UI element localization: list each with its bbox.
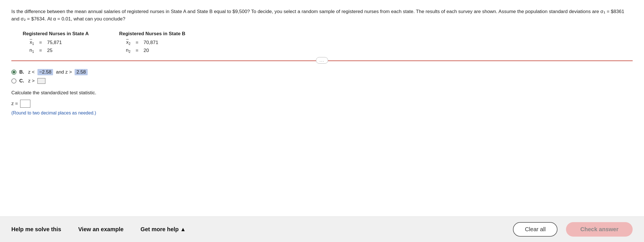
var-n1: n1	[23, 47, 34, 54]
val-x2: 70,871	[144, 40, 163, 45]
option-c-row[interactable]: C. z >	[11, 78, 633, 84]
var-n2: n2	[119, 47, 131, 54]
eq4: =	[136, 48, 138, 53]
eq1: =	[39, 40, 42, 45]
eq2: =	[136, 40, 138, 45]
data-table: Registered Nurses in State A Registered …	[23, 31, 633, 54]
option-b-text2: and z >	[56, 69, 72, 75]
header-state-b: Registered Nurses in State B	[119, 31, 185, 37]
z-input-row: z =	[11, 100, 633, 108]
var-x1: x1	[23, 39, 34, 46]
view-example-button[interactable]: View an example	[78, 226, 124, 233]
table-header: Registered Nurses in State A Registered …	[23, 31, 633, 37]
val-n1: 25	[47, 48, 67, 53]
radio-b[interactable]	[11, 70, 16, 75]
bottom-bar: Help me solve this View an example Get m…	[0, 216, 644, 242]
answer-section: B. z < −2.58 and z > 2.58 C. z >	[0, 61, 644, 84]
help-me-solve-button[interactable]: Help me solve this	[11, 226, 61, 233]
round-note: (Round to two decimal places as needed.)	[11, 110, 633, 116]
divider-dots-button[interactable]: ...	[316, 57, 328, 64]
table-row: x1 = 75,871 x2 = 70,871	[23, 39, 633, 46]
radio-c[interactable]	[11, 78, 16, 84]
z-label: z =	[11, 101, 18, 107]
table-row: n1 = 25 n2 = 20	[23, 47, 633, 54]
check-answer-button[interactable]: Check answer	[566, 222, 633, 237]
table-rows: x1 = 75,871 x2 = 70,871 n1 =	[23, 39, 633, 54]
option-b-value1: −2.58	[37, 69, 53, 75]
clear-all-button[interactable]: Clear all	[513, 222, 557, 237]
calc-section: Calculate the standardized test statisti…	[0, 90, 644, 116]
option-b-label: B.	[19, 69, 24, 75]
var-x2: x2	[119, 39, 131, 46]
eq3: =	[39, 48, 42, 53]
calc-instruction: Calculate the standardized test statisti…	[11, 90, 633, 96]
get-more-help-button[interactable]: Get more help ▲	[140, 226, 186, 233]
z-input[interactable]	[20, 100, 30, 108]
option-b-value2: 2.58	[75, 69, 87, 75]
option-c-blank	[37, 78, 45, 84]
val-n2: 20	[144, 48, 163, 53]
option-c-label: C.	[19, 78, 24, 84]
section-divider: ...	[11, 60, 633, 61]
option-c-text: z >	[28, 78, 35, 84]
option-b-row[interactable]: B. z < −2.58 and z > 2.58	[11, 69, 633, 75]
header-state-a: Registered Nurses in State A	[23, 31, 119, 37]
question-text: Is the difference between the mean annua…	[11, 8, 630, 23]
val-x1: 75,871	[47, 40, 67, 45]
option-b-text1: z <	[28, 69, 35, 75]
